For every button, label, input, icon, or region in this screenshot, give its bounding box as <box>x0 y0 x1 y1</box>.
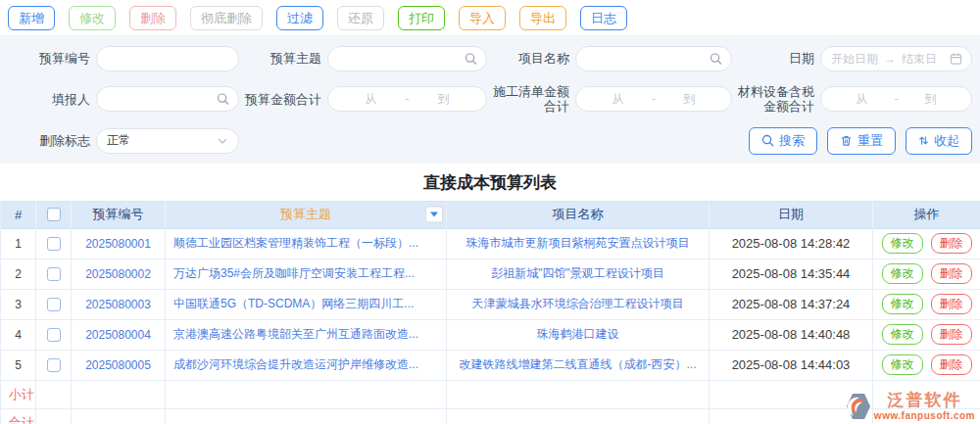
project-link[interactable]: 彭祖新城"四馆"景观工程设计项目 <box>447 259 710 290</box>
project-name-input-wrap <box>575 46 732 71</box>
search-icon[interactable] <box>217 93 229 106</box>
row-delete-button[interactable]: 删除 <box>931 263 972 284</box>
collapse-arrows-icon <box>918 134 929 147</box>
project-link[interactable]: 天津蒙城县水环境综合治理工程设计项目 <box>447 290 710 320</box>
row-checkbox[interactable] <box>47 328 61 342</box>
empty-cell <box>36 381 72 409</box>
budget-amount-label: 预算金额合计 <box>239 92 321 107</box>
filter-date: 日期 开始日期 → 结束日 <box>732 46 972 71</box>
budget-no-input-wrap <box>96 46 239 71</box>
empty-cell <box>72 409 166 424</box>
row-delete-button[interactable]: 删除 <box>931 233 972 254</box>
row-delete-button[interactable]: 删除 <box>931 324 972 345</box>
header-topic[interactable]: 预算主题 <box>166 202 447 229</box>
row-ops: 修改 删除 <box>873 259 980 290</box>
row-ops: 修改 删除 <box>873 229 980 259</box>
row-edit-button[interactable]: 修改 <box>882 324 923 345</box>
construction-amount-range-input[interactable]: 从 - 到 <box>575 86 732 112</box>
search-button[interactable]: 搜索 <box>749 127 817 155</box>
range-to-placeholder: 到 <box>436 91 452 108</box>
edit-button[interactable]: 修改 <box>69 6 116 30</box>
project-name-input[interactable] <box>586 47 706 71</box>
row-checkbox[interactable] <box>47 298 61 311</box>
column-dropdown-button[interactable] <box>425 207 443 223</box>
delete-button[interactable]: 删除 <box>129 6 176 30</box>
logo-text: 泛普软件 www.fanpusoft.com <box>874 392 975 421</box>
range-from-placeholder: 从 <box>611 91 626 108</box>
filter-row-1: 预算编号 预算主题 项目名称 <box>8 46 972 71</box>
row-ops: 修改 删除 <box>873 320 980 351</box>
budget-no-link[interactable]: 2025080005 <box>72 351 166 381</box>
import-button[interactable]: 导入 <box>459 6 506 30</box>
material-amount-range-input[interactable]: 从 - 到 <box>820 86 972 112</box>
header-date[interactable]: 日期 <box>710 202 873 229</box>
topic-link[interactable]: 万达广场35#会所及咖啡厅空调安装工程工程... <box>166 259 447 290</box>
row-edit-button[interactable]: 修改 <box>882 263 923 284</box>
date-range-input[interactable]: 开始日期 → 结束日 <box>820 46 972 71</box>
search-icon[interactable] <box>465 53 477 66</box>
filter-budget-no: 预算编号 <box>8 46 239 71</box>
purge-button[interactable]: 彻底删除 <box>190 6 263 30</box>
delete-flag-select[interactable]: 正常 <box>96 128 239 154</box>
range-from-placeholder: 从 <box>363 91 378 108</box>
topic-link[interactable]: 中国联通5G（TD-SCDMA）网络三期四川工... <box>166 290 447 320</box>
select-all-checkbox[interactable] <box>47 208 61 221</box>
budget-topic-label: 预算主题 <box>239 51 321 66</box>
reset-button[interactable]: 重置 <box>827 127 896 155</box>
row-select-cell <box>36 351 72 381</box>
row-delete-button[interactable]: 删除 <box>931 354 972 375</box>
filter-construction-amount: 施工清单金额合计 从 - 到 <box>487 84 732 115</box>
budget-no-link[interactable]: 2025080002 <box>72 259 166 290</box>
search-icon[interactable] <box>710 53 722 66</box>
filter-row-3: 删除标志 正常 搜索 <box>8 127 972 155</box>
table-row: 1 2025080001 顺德工业园区档案管理精装饰工程（一标段）... 珠海市… <box>1 229 980 259</box>
log-button[interactable]: 日志 <box>580 6 627 30</box>
row-index: 2 <box>1 259 36 290</box>
toolbar: 新增 修改 删除 彻底删除 过滤 还原 打印 导入 导出 日志 <box>0 0 980 36</box>
budget-no-link[interactable]: 2025080001 <box>72 229 166 259</box>
logo-url: www.fanpusoft.com <box>874 410 975 421</box>
range-dash: - <box>650 92 658 106</box>
budget-amount-range-input[interactable]: 从 - 到 <box>327 86 487 112</box>
row-date: 2025-08-08 14:40:48 <box>710 320 873 351</box>
row-edit-button[interactable]: 修改 <box>882 233 923 254</box>
header-index: # <box>1 202 36 229</box>
row-checkbox[interactable] <box>47 237 61 251</box>
collapse-button[interactable]: 收起 <box>906 127 972 155</box>
filter-button[interactable]: 过滤 <box>276 6 323 30</box>
fanpu-logo-icon <box>846 393 871 420</box>
topic-link[interactable]: 顺德工业园区档案管理精装饰工程（一标段）... <box>166 229 447 259</box>
filter-project-name: 项目名称 <box>487 46 732 71</box>
budget-no-link[interactable]: 2025080003 <box>72 290 166 320</box>
row-edit-button[interactable]: 修改 <box>882 294 923 314</box>
budget-topic-input[interactable] <box>338 47 461 71</box>
print-button[interactable]: 打印 <box>398 6 445 30</box>
project-link[interactable]: 珠海市城市更新项目紫桐苑安置点设计项目 <box>447 229 710 259</box>
row-checkbox[interactable] <box>47 358 61 372</box>
restore-button[interactable]: 还原 <box>337 6 384 30</box>
add-button[interactable]: 新增 <box>8 6 55 30</box>
vendor-logo: 泛普软件 www.fanpusoft.com <box>846 392 975 421</box>
row-edit-button[interactable]: 修改 <box>882 354 923 375</box>
filler-input[interactable] <box>107 87 213 111</box>
row-index: 5 <box>1 351 36 381</box>
project-link[interactable]: 珠海鹤港口建设 <box>447 320 710 351</box>
budget-no-link[interactable]: 2025080004 <box>72 320 166 351</box>
range-from-placeholder: 从 <box>854 91 869 108</box>
topic-link[interactable]: 成都沙河环境综合提升改造运河护岸维修改造... <box>166 351 447 381</box>
row-delete-button[interactable]: 删除 <box>931 294 972 314</box>
row-index: 3 <box>1 290 36 320</box>
triangle-down-icon <box>430 212 438 217</box>
date-label: 日期 <box>732 51 814 66</box>
range-dash: - <box>404 92 412 106</box>
topic-link[interactable]: 京港澳高速公路粤境韶关至广州互通路面改造... <box>166 320 447 351</box>
header-budget-no[interactable]: 预算编号 <box>72 202 166 229</box>
project-link[interactable]: 改建铁路线增建第二线直通线（成都-西安）... <box>447 351 710 381</box>
calendar-icon[interactable] <box>950 53 962 66</box>
header-project[interactable]: 项目名称 <box>447 202 710 229</box>
row-date: 2025-08-08 14:35:44 <box>710 259 873 290</box>
export-button[interactable]: 导出 <box>519 6 566 30</box>
budget-no-input[interactable] <box>107 47 228 71</box>
filter-budget-amount: 预算金额合计 从 - 到 <box>239 86 487 112</box>
row-checkbox[interactable] <box>47 267 61 281</box>
